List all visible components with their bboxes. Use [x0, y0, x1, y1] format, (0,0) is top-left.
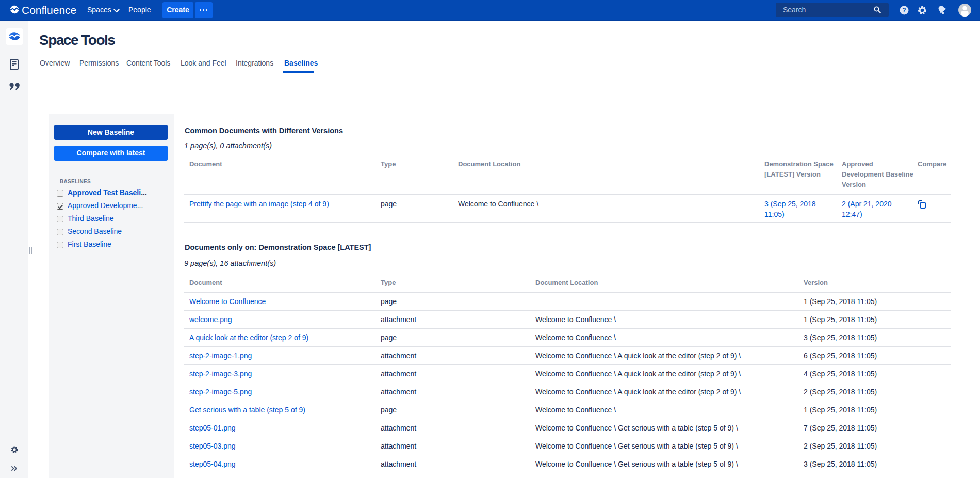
svg-text:?: ?	[902, 7, 906, 14]
